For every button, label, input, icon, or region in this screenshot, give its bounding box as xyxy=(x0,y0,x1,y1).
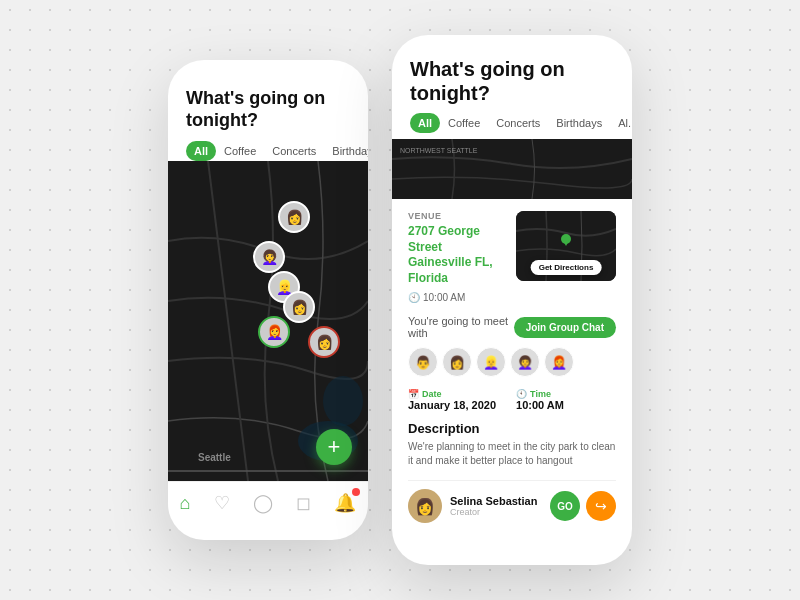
meet-avatar-5[interactable]: 👩‍🦰 xyxy=(544,347,574,377)
notification-badge xyxy=(352,488,360,496)
tab-coffee-left[interactable]: Coffee xyxy=(216,141,264,161)
right-phone: What's going on tonight? All Coffee Conc… xyxy=(392,35,632,565)
nav-heart[interactable]: ♡ xyxy=(214,492,230,514)
right-title: What's going on tonight? xyxy=(410,57,614,105)
venue-label: VENUE xyxy=(408,211,506,221)
tab-birthdays-left[interactable]: Birthdays xyxy=(324,141,368,161)
time-label: 🕙 Time xyxy=(516,389,564,399)
join-group-chat-button[interactable]: Join Group Chat xyxy=(514,317,616,338)
action-buttons: GO ↪ xyxy=(550,491,616,521)
left-title: What's going on tonight? xyxy=(186,88,350,131)
meet-avatar-3[interactable]: 👱‍♀️ xyxy=(476,347,506,377)
mini-map: Get Directions xyxy=(516,211,616,281)
time-item: 🕙 Time 10:00 AM xyxy=(516,389,564,411)
bottom-nav: ⌂ ♡ ◯ ◻ 🔔 xyxy=(168,481,368,522)
venue-time: 🕙 10:00 AM xyxy=(408,292,506,303)
avatar-pin-2[interactable]: 👩‍🦱 xyxy=(253,241,285,273)
creator-info: Selina Sebastian Creator xyxy=(450,495,542,517)
tab-concerts-left[interactable]: Concerts xyxy=(264,141,324,161)
description-title: Description xyxy=(408,421,616,436)
date-item: 📅 Date January 18, 2020 xyxy=(408,389,496,411)
description-section: Description We're planning to meet in th… xyxy=(408,421,616,468)
content-area: VENUE 2707 George StreetGainesville FL,F… xyxy=(392,199,632,559)
nav-chat[interactable]: ◻ xyxy=(296,492,311,514)
creator-role: Creator xyxy=(450,507,542,517)
svg-text:NORTHWEST SEATTLE: NORTHWEST SEATTLE xyxy=(400,147,478,154)
time-value: 10:00 AM xyxy=(516,399,564,411)
date-time-row: 📅 Date January 18, 2020 🕙 Time 10:00 AM xyxy=(408,389,616,411)
tab-concerts-right[interactable]: Concerts xyxy=(488,113,548,133)
go-button[interactable]: GO xyxy=(550,491,580,521)
tab-all-left[interactable]: All xyxy=(186,141,216,161)
venue-address: 2707 George StreetGainesville FL,Florida xyxy=(408,224,506,286)
meet-section: You're going to meet with Join Group Cha… xyxy=(408,315,616,339)
clock-icon: 🕙 xyxy=(408,292,420,303)
creator-row: 👩 Selina Sebastian Creator GO ↪ xyxy=(408,480,616,523)
venue-info: VENUE 2707 George StreetGainesville FL,F… xyxy=(408,211,506,303)
avatar-pin-5[interactable]: 👩‍🦰 xyxy=(258,316,290,348)
left-map: Seattle 👩 👩‍🦱 👱‍♀️ 👩 👩‍🦰 👩 + xyxy=(168,161,368,481)
fab-button[interactable]: + xyxy=(316,429,352,465)
time-icon: 🕙 xyxy=(516,389,527,399)
date-label: 📅 Date xyxy=(408,389,496,399)
calendar-icon: 📅 xyxy=(408,389,419,399)
left-phone: What's going on tonight? All Coffee Conc… xyxy=(168,60,368,540)
nav-person[interactable]: ◯ xyxy=(253,492,273,514)
creator-avatar: 👩 xyxy=(408,489,442,523)
avatar-pin-6[interactable]: 👩 xyxy=(308,326,340,358)
tab-al-right[interactable]: Al... xyxy=(610,113,632,133)
nav-home[interactable]: ⌂ xyxy=(180,493,191,514)
date-value: January 18, 2020 xyxy=(408,399,496,411)
nav-bell[interactable]: 🔔 xyxy=(334,492,356,514)
meet-label: You're going to meet with xyxy=(408,315,514,339)
avatar-pin-4[interactable]: 👩 xyxy=(283,291,315,323)
meet-avatars: 👨 👩 👱‍♀️ 👩‍🦱 👩‍🦰 xyxy=(408,347,616,377)
description-text: We're planning to meet in the city park … xyxy=(408,440,616,468)
get-directions-button[interactable]: Get Directions xyxy=(531,260,602,275)
left-header: What's going on tonight? xyxy=(168,60,368,141)
tab-all-right[interactable]: All xyxy=(410,113,440,133)
svg-text:Seattle: Seattle xyxy=(198,452,231,463)
meet-avatar-1[interactable]: 👨 xyxy=(408,347,438,377)
tab-birthdays-right[interactable]: Birthdays xyxy=(548,113,610,133)
share-button[interactable]: ↪ xyxy=(586,491,616,521)
avatar-pin-1[interactable]: 👩 xyxy=(278,201,310,233)
tab-coffee-right[interactable]: Coffee xyxy=(440,113,488,133)
right-header: What's going on tonight? xyxy=(392,35,632,113)
meet-avatar-2[interactable]: 👩 xyxy=(442,347,472,377)
svg-point-2 xyxy=(323,376,363,426)
venue-section: VENUE 2707 George StreetGainesville FL,F… xyxy=(408,211,616,303)
left-tabs: All Coffee Concerts Birthdays Al... xyxy=(168,141,368,161)
meet-avatar-4[interactable]: 👩‍🦱 xyxy=(510,347,540,377)
creator-name: Selina Sebastian xyxy=(450,495,542,507)
right-map-strip: NORTHWEST SEATTLE xyxy=(392,139,632,199)
right-tabs: All Coffee Concerts Birthdays Al... xyxy=(392,113,632,133)
